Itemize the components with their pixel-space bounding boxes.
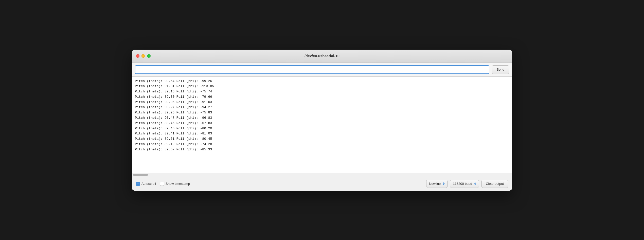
chevron-down-icon	[443, 184, 445, 185]
autoscroll-label: Autoscroll	[141, 182, 156, 186]
baud-dropdown-group: 115200 baud	[450, 180, 479, 188]
output-line: Pitch (theta): 89.46 Roll (phi): -80.20	[135, 126, 509, 131]
baud-dropdown[interactable]: 115200 baud	[450, 180, 479, 188]
autoscroll-group: ✓ Autoscroll	[136, 182, 156, 186]
output-line: Pitch (theta): 89.41 Roll (phi): -81.03	[135, 131, 509, 136]
timestamp-checkbox[interactable]	[160, 182, 164, 186]
baud-chevron-up-icon	[474, 182, 476, 184]
output-line: Pitch (theta): 89.26 Roll (phi): -75.83	[135, 110, 509, 115]
send-button[interactable]: Send	[492, 65, 509, 74]
output-line: Pitch (theta): 90.47 Roll (phi): -96.83	[135, 115, 509, 121]
chevron-up-icon	[443, 182, 445, 184]
output-line: Pitch (theta): 88.46 Roll (phi): -67.83	[135, 121, 509, 126]
autoscroll-checkbox[interactable]: ✓	[136, 182, 140, 186]
output-line: Pitch (theta): 89.16 Roll (phi): -75.74	[135, 89, 509, 94]
maximize-button[interactable]	[147, 54, 151, 58]
command-input[interactable]	[135, 65, 489, 74]
timestamp-group: Show timestamp	[160, 182, 190, 186]
scrollbar-thumb[interactable]	[133, 174, 148, 176]
output-line: Pitch (theta): 89.67 Roll (phi): -85.33	[135, 147, 509, 152]
timestamp-label: Show timestamp	[166, 182, 190, 186]
close-button[interactable]	[136, 54, 139, 58]
baud-chevron-down-icon	[474, 184, 476, 185]
newline-dropdown[interactable]: Newline	[426, 180, 448, 188]
horizontal-scrollbar[interactable]	[132, 173, 512, 177]
clear-output-button[interactable]: Clear output	[481, 180, 508, 188]
output-area: Pitch (theta): 90.64 Roll (phi): -99.26P…	[132, 77, 512, 173]
output-line: Pitch (theta): 90.06 Roll (phi): -91.03	[135, 100, 509, 105]
output-line: Pitch (theta): 89.51 Roll (phi): -80.45	[135, 136, 509, 142]
output-line: Pitch (theta): 89.30 Roll (phi): -79.66	[135, 94, 509, 100]
newline-label: Newline	[429, 182, 441, 186]
baud-label: 115200 baud	[453, 182, 472, 186]
title-bar: /dev/cu.usbserial-10	[132, 50, 512, 63]
status-bar: ✓ Autoscroll Show timestamp Newline 1152…	[132, 177, 512, 191]
newline-dropdown-arrows	[443, 182, 445, 185]
main-window: /dev/cu.usbserial-10 Send Pitch (theta):…	[132, 50, 512, 191]
toolbar: Send	[132, 63, 512, 77]
window-title: /dev/cu.usbserial-10	[305, 54, 339, 58]
output-line: Pitch (theta): 90.27 Roll (phi): -94.27	[135, 105, 509, 110]
baud-dropdown-arrows	[474, 182, 476, 185]
output-line: Pitch (theta): 91.81 Roll (phi): -113.85	[135, 84, 509, 89]
output-line: Pitch (theta): 89.19 Roll (phi): -74.28	[135, 142, 509, 147]
minimize-button[interactable]	[141, 54, 145, 58]
traffic-lights	[136, 54, 151, 58]
newline-dropdown-group: Newline	[426, 180, 448, 188]
checkmark-icon: ✓	[137, 182, 139, 185]
output-line: Pitch (theta): 90.64 Roll (phi): -99.26	[135, 79, 509, 84]
